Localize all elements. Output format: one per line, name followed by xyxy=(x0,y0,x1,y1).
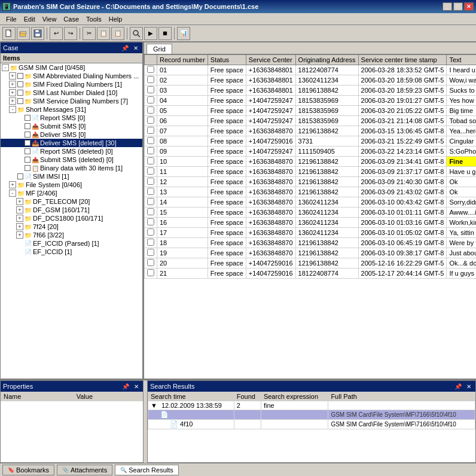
toolbar-undo[interactable]: ↩ xyxy=(50,27,63,40)
table-row[interactable]: 21Free space+14047259016181224087742005-… xyxy=(145,268,477,279)
tree-checkbox[interactable] xyxy=(17,81,23,87)
table-row[interactable]: 07Free space+16363848870121961388422006-… xyxy=(145,126,477,136)
row-checkbox[interactable] xyxy=(147,137,154,144)
table-row[interactable]: 13Free space+16363848870121961388422006-… xyxy=(145,187,477,197)
maximize-button[interactable]: □ xyxy=(453,2,463,11)
row-checkbox[interactable] xyxy=(147,198,154,205)
search-result-row[interactable]: ▼ 12.02.2009 13:38:59 2 fine xyxy=(148,401,475,410)
table-row[interactable]: 16Free space+16363848870136024112342006-… xyxy=(145,218,477,228)
col-originating-address[interactable]: Originating Address xyxy=(295,55,358,65)
row-checkbox[interactable] xyxy=(147,208,154,215)
table-row[interactable]: 15Free space+16363848870136024112342006-… xyxy=(145,208,477,218)
tree-expander[interactable]: - xyxy=(2,64,9,71)
table-row[interactable]: 03Free space+16363848801181961388422006-… xyxy=(145,86,477,96)
tree-expander[interactable]: + xyxy=(16,223,23,230)
tree-checkbox[interactable] xyxy=(25,123,30,129)
tree-checkbox[interactable] xyxy=(17,173,23,179)
col-status[interactable]: Status xyxy=(208,55,246,65)
tree-item-short-messages[interactable]: - 📁 Short Messages [31] xyxy=(1,105,142,114)
row-checkbox[interactable] xyxy=(147,106,154,114)
grid-tab[interactable]: Grid xyxy=(147,44,172,54)
table-row[interactable]: 20Free space+14047259016121961388422005-… xyxy=(145,258,477,268)
toolbar-search[interactable] xyxy=(130,27,143,40)
search-result-row-child[interactable]: 📄 GSM SIM Card\File System\MF\7166\5f10\… xyxy=(148,410,475,420)
row-checkbox[interactable] xyxy=(147,167,154,175)
table-row[interactable]: 09Free space+1404725924711115094052006-0… xyxy=(145,147,477,157)
toolbar-cut[interactable]: ✂ xyxy=(83,27,96,40)
table-row[interactable]: 11Free space+16363848870121961388422006-… xyxy=(145,167,477,177)
menu-edit[interactable]: Edit xyxy=(20,14,39,24)
tree-checkbox[interactable] xyxy=(17,98,23,104)
tree-item-gsm[interactable]: - 📁 GSM SIM Card [0/458] xyxy=(1,63,142,72)
tree-checkbox[interactable] xyxy=(25,157,30,163)
tree-expander[interactable]: - xyxy=(9,106,16,113)
toolbar-new[interactable] xyxy=(2,27,16,40)
table-row[interactable]: 18Free space+16363848870121961388422006-… xyxy=(145,238,477,248)
toolbar-stop[interactable]: ⏹ xyxy=(158,27,172,40)
bookmarks-tab[interactable]: 🔖 Bookmarks xyxy=(2,465,54,475)
row-checkbox[interactable] xyxy=(147,76,154,83)
tree-expander[interactable]: + xyxy=(16,198,23,205)
tree-checkbox[interactable] xyxy=(25,148,30,154)
data-grid[interactable]: Record number Status Service Center Orig… xyxy=(144,54,476,379)
tree-item-iccid[interactable]: 📄 EF_ICCID [1] xyxy=(1,248,142,256)
table-row[interactable]: 17Free space+16363848870136024112342006-… xyxy=(145,228,477,238)
col-record-number[interactable]: Record number xyxy=(157,55,208,65)
tree-item-last-number[interactable]: + 📁 SIM Last Number Dialed [10] xyxy=(1,89,142,97)
col-timestamp[interactable]: Service center time stamp xyxy=(358,55,447,65)
row-checkbox[interactable] xyxy=(147,147,154,154)
tree-item-binary[interactable]: 📋 Binary data with 30 items [1] xyxy=(1,164,142,172)
table-row[interactable]: 06Free space+14047259247181538359692006-… xyxy=(145,116,477,126)
tree-checkbox[interactable] xyxy=(25,140,30,146)
tree-item-dcs1800[interactable]: + 📁 DF_DCS1800 [160/171] xyxy=(1,214,142,222)
tree-item-submit-sms-del[interactable]: 📤 Submit SMS (deleted) [0] xyxy=(1,155,142,164)
tree-expander[interactable]: + xyxy=(16,215,23,222)
tree-item-report-sms[interactable]: 📄 Report SMS [0] xyxy=(1,114,142,122)
table-row[interactable]: 19Free space+16363848870121961388422006-… xyxy=(145,248,477,258)
properties-pin[interactable]: 📌 xyxy=(120,383,131,390)
menu-view[interactable]: View xyxy=(39,14,60,24)
col-service-center[interactable]: Service Center xyxy=(246,55,295,65)
row-checkbox[interactable] xyxy=(147,269,154,276)
row-checkbox[interactable] xyxy=(147,228,154,236)
tree-expander[interactable]: + xyxy=(9,72,16,80)
table-row[interactable]: 04Free space+14047259247181538359692006-… xyxy=(145,96,477,106)
minimize-button[interactable]: _ xyxy=(443,2,452,11)
tree-item-service-dialing[interactable]: + 📁 SIM Service Dialing Numbers [7] xyxy=(1,97,142,105)
search-result-row-grandchild[interactable]: 📄 4f10 GSM SIM Card\File System\MF\7166\… xyxy=(148,420,475,429)
row-checkbox[interactable] xyxy=(147,259,154,266)
splitter-bottom[interactable] xyxy=(144,380,146,463)
close-button[interactable]: ✕ xyxy=(464,2,474,11)
table-row[interactable]: 05Free space+14047259247181538359692006-… xyxy=(145,106,477,116)
toolbar-paste[interactable]: 📋 xyxy=(111,27,124,40)
row-checkbox[interactable] xyxy=(147,66,154,73)
table-row[interactable]: 14Free space+16363848870136024112342006-… xyxy=(145,197,477,208)
tree-expander[interactable]: + xyxy=(16,231,23,239)
menu-help[interactable]: Help xyxy=(105,14,126,24)
tree-expander[interactable]: + xyxy=(9,181,16,188)
search-results-tab[interactable]: 🔍 Search Results xyxy=(115,465,179,475)
row-checkbox[interactable] xyxy=(147,127,154,134)
attachments-tab[interactable]: 📎 Attachments xyxy=(57,465,112,475)
row-checkbox[interactable] xyxy=(147,188,154,195)
tree-checkbox[interactable] xyxy=(25,132,30,138)
tree-item-7f66[interactable]: + 📁 7f66 [3/22] xyxy=(1,231,142,239)
tree-item-telecom[interactable]: + 📁 DF_TELECOM [20] xyxy=(1,197,142,206)
row-checkbox[interactable] xyxy=(147,239,154,246)
tree-item-deliver-sms[interactable]: 📥 Deliver SMS [0] xyxy=(1,130,142,139)
tree-item-gsm2[interactable]: + 📁 DF_GSM [160/171] xyxy=(1,206,142,214)
tree-expander[interactable]: + xyxy=(9,89,16,96)
toolbar-go[interactable]: ▶ xyxy=(144,27,157,40)
tree-item-filesystem[interactable]: + 📁 File System [0/406] xyxy=(1,181,142,189)
row-checkbox[interactable] xyxy=(147,249,154,256)
row-checkbox[interactable] xyxy=(147,178,154,185)
tree-item-mf[interactable]: - 📁 MF [2/406] xyxy=(1,189,142,197)
table-row[interactable]: 02Free space+16363848801136024112342006-… xyxy=(145,75,477,86)
tree-item-imsi[interactable]: 📄 SIM IMSI [1] xyxy=(1,172,142,181)
row-checkbox[interactable] xyxy=(147,117,154,124)
col-text[interactable]: Text xyxy=(447,55,476,65)
toolbar-copy[interactable]: 📋 xyxy=(97,27,110,40)
menu-tools[interactable]: Tools xyxy=(83,14,105,24)
toolbar-save[interactable] xyxy=(31,27,44,40)
case-panel-close[interactable]: ✕ xyxy=(132,45,140,51)
